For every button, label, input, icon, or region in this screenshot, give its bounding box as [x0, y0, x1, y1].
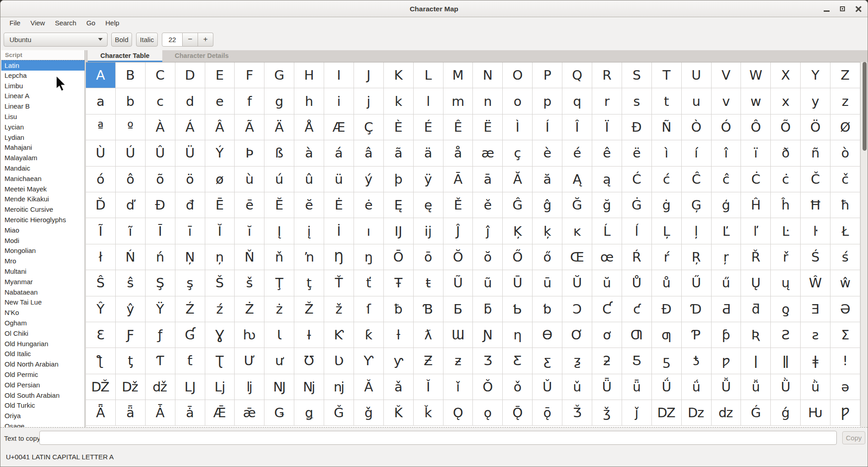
grid-cell[interactable]: ƹ — [533, 348, 562, 374]
grid-cell[interactable]: ƺ — [562, 348, 592, 374]
grid-cell[interactable]: ē — [235, 192, 264, 218]
grid-cell[interactable]: V — [712, 62, 741, 88]
grid-cell[interactable]: Ė — [324, 192, 354, 218]
grid-cell[interactable]: ǅ — [116, 374, 146, 400]
grid-cell[interactable]: ń — [146, 244, 175, 270]
grid-cell[interactable]: Ē — [205, 192, 235, 218]
grid-cell[interactable]: ǉ — [235, 374, 264, 400]
grid-cell[interactable]: q — [562, 88, 592, 114]
grid-cell[interactable]: ŭ — [592, 270, 622, 296]
grid-cell[interactable]: Ɠ — [175, 322, 205, 348]
increase-font-size-button[interactable]: + — [198, 33, 213, 47]
grid-cell[interactable]: X — [771, 62, 801, 88]
grid-cell[interactable]: Ɯ — [443, 322, 473, 348]
grid-cell[interactable]: O — [503, 62, 533, 88]
grid-cell[interactable]: Ż — [235, 296, 264, 322]
grid-cell[interactable]: Ǥ — [264, 400, 294, 426]
grid-cell[interactable]: Ď — [86, 192, 116, 218]
grid-cell[interactable]: ö — [175, 167, 205, 192]
grid-cell[interactable]: ĳ — [414, 218, 443, 244]
grid-cell[interactable]: ŋ — [354, 244, 384, 270]
grid-cell[interactable]: Ů — [622, 270, 652, 296]
grid-cell[interactable]: Ö — [801, 114, 830, 140]
grid-cell[interactable]: ǁ — [771, 348, 801, 374]
grid-cell[interactable]: a — [86, 88, 116, 114]
grid-cell[interactable]: Ƨ — [771, 322, 801, 348]
grid-cell[interactable]: ä — [414, 140, 443, 166]
grid-cell[interactable]: Ü — [175, 140, 205, 166]
grid-cell[interactable]: Ĳ — [384, 218, 414, 244]
sidebar-item-osage[interactable]: Osage — [1, 421, 85, 427]
grid-cell[interactable]: Ƿ — [830, 400, 860, 426]
grid-cell[interactable]: ǝ — [830, 374, 860, 400]
grid-cell[interactable]: Ł — [830, 218, 860, 244]
grid-cell[interactable]: ơ — [592, 322, 622, 348]
grid-cell[interactable]: ņ — [205, 244, 235, 270]
grid-cell[interactable]: Ð — [622, 114, 652, 140]
sidebar-item-old-turkic[interactable]: Old Turkic — [1, 400, 85, 411]
grid-cell[interactable]: Ŋ — [324, 244, 354, 270]
grid-cell[interactable]: ƙ — [354, 322, 384, 348]
grid-cell[interactable]: Ơ — [562, 322, 592, 348]
grid-cell[interactable]: Ƹ — [503, 348, 533, 374]
grid-cell[interactable]: ù — [235, 167, 264, 192]
grid-cell[interactable]: b — [116, 88, 146, 114]
grid-cell[interactable]: ċ — [771, 167, 801, 192]
bold-button[interactable]: Bold — [111, 33, 132, 47]
grid-cell[interactable]: Ó — [712, 114, 741, 140]
grid-cell[interactable]: ƈ — [622, 296, 652, 322]
grid-cell[interactable]: ǂ — [801, 348, 830, 374]
grid-cell[interactable]: â — [354, 140, 384, 166]
grid-cell[interactable]: ƫ — [116, 348, 146, 374]
grid-cell[interactable]: ï — [741, 140, 771, 166]
sidebar-item-malayalam[interactable]: Malayalam — [1, 153, 85, 163]
grid-cell[interactable]: Ʒ — [473, 348, 503, 374]
sidebar-item-old-persian[interactable]: Old Persian — [1, 380, 85, 391]
menu-view[interactable]: View — [25, 18, 50, 29]
grid-cell[interactable]: Ţ — [264, 270, 294, 296]
grid-cell[interactable]: ý — [354, 167, 384, 192]
grid-cell[interactable]: É — [414, 114, 443, 140]
grid-cell[interactable]: W — [741, 62, 771, 88]
grid-cell[interactable]: Ý — [205, 140, 235, 166]
grid-cell[interactable]: ƒ — [146, 322, 175, 348]
grid-cell[interactable]: Ú — [116, 140, 146, 166]
grid-cell[interactable]: ŀ — [801, 218, 830, 244]
grid-cell[interactable]: õ — [146, 167, 175, 192]
grid-cell[interactable]: Ņ — [175, 244, 205, 270]
sidebar-item-mandaic[interactable]: Mandaic — [1, 163, 85, 174]
grid-cell[interactable]: H — [294, 62, 324, 88]
grid-cell[interactable]: Ƕ — [801, 400, 830, 426]
grid-cell[interactable]: Ċ — [741, 167, 771, 192]
menu-file[interactable]: File — [5, 18, 25, 29]
grid-cell[interactable]: Q — [562, 62, 592, 88]
grid-cell[interactable]: ő — [533, 244, 562, 270]
grid-cell[interactable]: Ĭ — [205, 218, 235, 244]
grid-cell[interactable]: ǡ — [175, 400, 205, 426]
grid-cell[interactable]: ć — [652, 167, 682, 192]
italic-button[interactable]: Italic — [136, 33, 158, 47]
grid-cell[interactable]: ł — [86, 244, 116, 270]
grid-cell[interactable]: Ƅ — [503, 296, 533, 322]
grid-cell[interactable]: Ų — [741, 270, 771, 296]
grid-cell[interactable]: ĸ — [562, 218, 592, 244]
grid-cell[interactable]: Ɔ — [562, 296, 592, 322]
grid-cell[interactable]: ƛ — [414, 322, 443, 348]
grid-cell[interactable]: Ĩ — [86, 218, 116, 244]
grid-cell[interactable]: ǳ — [712, 400, 741, 426]
grid-cell[interactable]: E — [205, 62, 235, 88]
grid-cell[interactable]: ĕ — [294, 192, 324, 218]
sidebar-item-meetei-mayek[interactable]: Meetei Mayek — [1, 184, 85, 195]
grid-cell[interactable]: o — [503, 88, 533, 114]
minimize-icon[interactable] — [821, 3, 832, 14]
grid-cell[interactable]: Ň — [235, 244, 264, 270]
sidebar-item-meroitic-hieroglyphs[interactable]: Meroitic Hieroglyphs — [1, 215, 85, 225]
grid-cell[interactable]: ż — [264, 296, 294, 322]
grid-cell[interactable]: g — [264, 88, 294, 114]
grid-cell[interactable]: K — [384, 62, 414, 88]
sidebar-item-ogham[interactable]: Ogham — [1, 318, 85, 329]
grid-cell[interactable]: l — [414, 88, 443, 114]
grid-cell[interactable]: Ɗ — [682, 296, 712, 322]
grid-cell[interactable]: Ŏ — [443, 244, 473, 270]
grid-cell[interactable]: Ǆ — [86, 374, 116, 400]
